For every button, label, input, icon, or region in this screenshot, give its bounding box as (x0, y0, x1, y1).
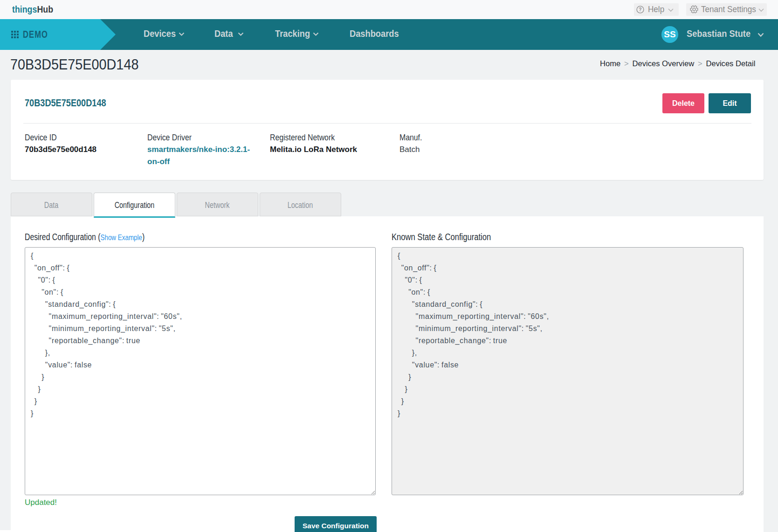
svg-text:?: ? (639, 7, 641, 12)
